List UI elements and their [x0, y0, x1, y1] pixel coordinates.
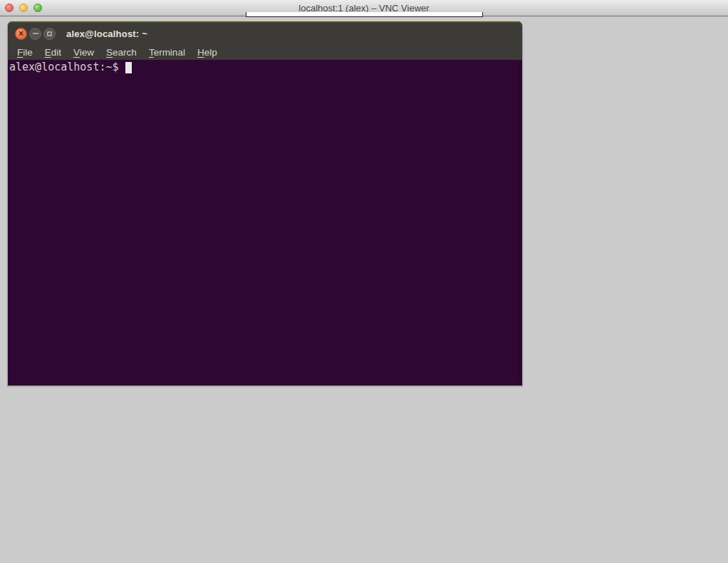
vnc-toolbar-tab[interactable]	[246, 12, 483, 17]
terminal-maximize-button[interactable]	[43, 28, 56, 40]
menu-search[interactable]: Search	[103, 46, 140, 59]
terminal-window[interactable]: × alex@localhost: ~ File Edit View Searc…	[7, 21, 523, 386]
terminal-minimize-button[interactable]	[29, 28, 41, 40]
terminal-titlebar[interactable]: × alex@localhost: ~	[8, 21, 522, 44]
menu-view[interactable]: View	[70, 46, 98, 59]
menu-terminal[interactable]: Terminal	[145, 46, 189, 59]
shell-prompt: alex@localhost:~$	[9, 61, 119, 73]
terminal-close-button[interactable]: ×	[15, 28, 27, 40]
menu-help[interactable]: Help	[194, 46, 221, 59]
maximize-icon	[47, 31, 52, 36]
terminal-menubar: File Edit View Search Terminal Help	[8, 44, 522, 60]
minimize-icon	[33, 33, 38, 34]
prompt-space	[119, 61, 125, 73]
remote-desktop: × alex@localhost: ~ File Edit View Searc…	[0, 17, 728, 563]
terminal-content[interactable]: alex@localhost:~$	[8, 60, 522, 385]
terminal-window-title: alex@localhost: ~	[66, 29, 147, 39]
terminal-cursor	[125, 62, 132, 73]
menu-file[interactable]: File	[14, 46, 36, 59]
menu-edit[interactable]: Edit	[41, 46, 65, 59]
